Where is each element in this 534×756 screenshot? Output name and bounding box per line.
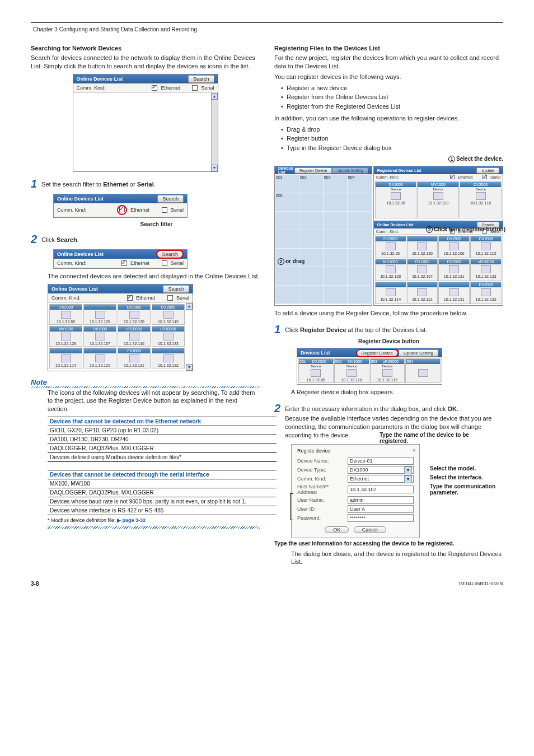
footnote-link-arrow: ▶	[117, 517, 121, 523]
mini-device[interactable]: 001DX2000Device10.1.32.85	[298, 358, 334, 383]
ser-chk-reg[interactable]	[483, 175, 487, 179]
list-item: Register button	[281, 134, 503, 143]
table-2: Devices that cannot be detected through …	[48, 470, 277, 515]
reg-dev[interactable]: DX2000Device10.1.32.85	[375, 181, 417, 218]
update-btn[interactable]: Update	[476, 167, 499, 174]
right-p3: In addition, you can use the following o…	[274, 114, 503, 123]
lbl-comm: Comm. Kind:	[297, 476, 348, 482]
device-item[interactable]: 10.1.32.132	[152, 348, 185, 368]
lbl-type: Deivce Type:	[297, 467, 348, 473]
lbl-name: Deivce Name:	[297, 458, 348, 464]
serial-checkbox-2[interactable]	[162, 207, 167, 213]
serial-checkbox-3[interactable]	[162, 260, 167, 266]
mini-title: Devices List	[301, 350, 356, 356]
step-2-number: 2	[31, 233, 37, 246]
inp-id[interactable]: User A	[348, 505, 414, 513]
right-p6: The dialog box closes, and the device is…	[291, 550, 503, 567]
device-item[interactable]: uR2000010.1.32.116	[118, 326, 151, 347]
step-1-number: 1	[31, 178, 37, 190]
scroll-up-icon-2[interactable]: ▴	[186, 303, 193, 310]
page-number: 3-8	[31, 581, 39, 587]
r-step-2-text: Enter the necessary information in the d…	[285, 405, 458, 412]
reg-device-btn[interactable]: Register Device	[294, 167, 332, 174]
ethernet-checkbox-4[interactable]	[127, 295, 133, 301]
step-1-text: Set the search filter to Ethernet or Ser…	[41, 181, 156, 188]
mini-device[interactable]: 004	[405, 358, 441, 383]
search-button[interactable]: Search	[188, 75, 214, 83]
anno-or-drag: or drag	[285, 258, 305, 264]
chapter-header: Chapter 3 Configuring and Starting Data …	[31, 25, 503, 35]
anno-type-name: Type the name of the device to be regist…	[380, 432, 491, 444]
mini-device[interactable]: 003uR20000Device10.1.32.116	[370, 358, 405, 383]
commkind-label-2: Comm. Kind:	[57, 207, 86, 213]
scroll-down-icon[interactable]: ▾	[211, 165, 218, 171]
lbl-id: User ID:	[297, 506, 348, 512]
reg-dev[interactable]: MV1000Device10.1.32.128	[417, 181, 459, 218]
dd-type[interactable]: DX1000	[348, 466, 414, 474]
scroll-down-icon-2[interactable]: ▾	[186, 364, 193, 371]
commkind-reg: Comm. Kind:	[376, 175, 399, 179]
dd-comm[interactable]: Ethernet	[348, 475, 414, 483]
search-button-2[interactable]: Search	[157, 195, 184, 203]
right-p5: A Register device dialog box appears.	[291, 388, 503, 396]
lbl-host: Host Name/IP Address:	[297, 484, 348, 495]
device-item[interactable]: DX200010.1.32.130	[118, 304, 151, 325]
device-item[interactable]: 10.1.32.114	[49, 348, 82, 368]
update-setting-btn[interactable]: Update Setting	[332, 167, 368, 174]
search-button-4[interactable]: Search	[163, 285, 189, 293]
footnote: * Modbus device definition file: ▶ page …	[48, 517, 260, 523]
mini-reg-btn[interactable]: Register Device	[356, 349, 399, 357]
inp-host[interactable]: 10.1.32.107	[348, 486, 414, 493]
circled-2b: 2	[278, 258, 284, 265]
commkind-label-3: Comm. Kind:	[57, 260, 86, 266]
serial-label-4: Serial	[176, 295, 189, 301]
footnote-link[interactable]: page 3-32	[123, 517, 146, 523]
ethernet-label-2: Ethernet	[130, 207, 149, 213]
device-item[interactable]: MV100010.1.32.128	[49, 326, 82, 347]
list-item: Register a new device	[281, 83, 503, 93]
ethernet-label-3: Ethernet	[130, 260, 149, 266]
device-item[interactable]: 10.1.32.121	[83, 348, 116, 368]
ethernet-label-4: Ethernet	[136, 295, 155, 301]
commkind-label: Comm. Kind:	[77, 85, 106, 91]
left-intro: Search for devices connected to the netw…	[31, 54, 260, 71]
inp-name[interactable]: Deivce-01	[348, 457, 414, 465]
note-header: Note	[31, 378, 260, 389]
device-item[interactable]: DX100010.1.32.107	[83, 326, 116, 347]
anno-select-iface: Select the interface.	[430, 474, 483, 480]
serial-checkbox[interactable]	[192, 85, 198, 91]
step-2-text: Click Search.	[41, 236, 79, 243]
r-step-1-text: Click Register Device at the top of the …	[285, 326, 427, 333]
dlg-title: Registe device	[297, 448, 414, 454]
serial-label-3: Serial	[171, 260, 184, 266]
device-item[interactable]: 10.1.32.129	[83, 304, 116, 325]
inp-user[interactable]: admin	[348, 496, 414, 504]
device-item[interactable]: FX100010.1.32.131	[118, 348, 151, 368]
reg-dev[interactable]: DX2000Device10.1.32.116	[460, 181, 502, 218]
mini-device[interactable]: 002MV1000Device10.1.32.128	[334, 358, 369, 383]
circled-1: 1	[448, 156, 455, 162]
panel-title: Online Devices List	[77, 76, 188, 82]
device-item[interactable]: DX200010.1.32.85	[49, 304, 82, 325]
serial-checkbox-4[interactable]	[167, 295, 173, 301]
eth-chk-reg[interactable]	[450, 175, 455, 179]
devices-list-title: Devices List	[278, 166, 294, 174]
anno-select-device: Select the device.	[456, 156, 503, 162]
ethernet-checkbox-2[interactable]	[119, 207, 125, 212]
scroll-up-icon[interactable]: ▴	[211, 93, 218, 100]
ethernet-checkbox-3[interactable]	[121, 260, 127, 266]
search-button-3[interactable]: Search	[156, 250, 184, 259]
lbl-user: User Name:	[297, 497, 348, 503]
cancel-button[interactable]: Cancel	[354, 526, 386, 533]
device-item[interactable]: uR1000010.1.32.133	[152, 326, 185, 347]
device-item[interactable]: DX200010.1.32.115	[152, 304, 185, 325]
ok-button[interactable]: OK	[325, 526, 349, 533]
mini-upd-btn[interactable]: Update Setting	[399, 349, 438, 357]
inp-pw[interactable]: ********	[348, 514, 414, 522]
list-item: Register from the Online Devices List	[281, 92, 503, 102]
close-icon[interactable]: ×	[413, 447, 416, 454]
ethernet-checkbox[interactable]	[152, 85, 157, 91]
doc-id: IM 04L65B01-01EN	[459, 581, 503, 587]
register-device-dialog: × Registe device Deivce Name:Deivce-01 D…	[291, 444, 420, 538]
anno-user-info: Type the user information for accessing …	[274, 540, 503, 547]
